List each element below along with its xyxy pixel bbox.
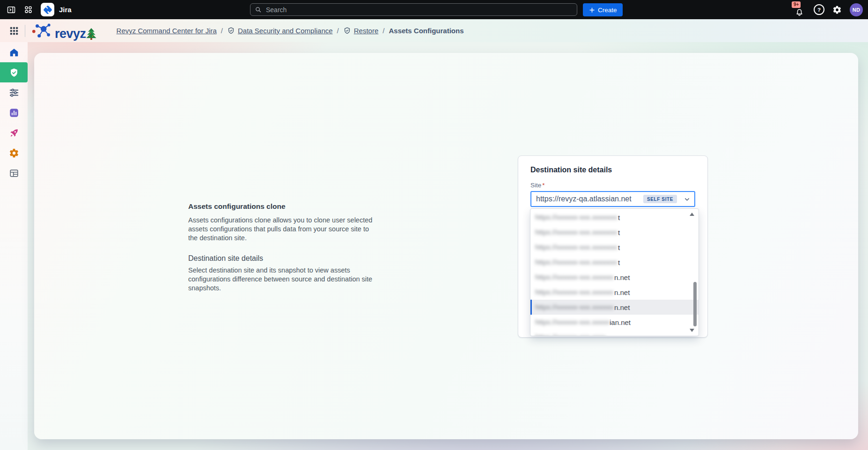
- site-option[interactable]: https://xxxxxx-xxx.xxxxxxxxx.xxxt: [530, 240, 699, 255]
- redacted-site-text: https://xxxxxx-xxx.xxxxxxxxx.xxx: [535, 303, 614, 311]
- revyz-molecule-icon: [31, 22, 53, 40]
- chevron-down-icon: [684, 196, 691, 203]
- sidebar-item-data-security[interactable]: [0, 62, 28, 82]
- search-icon: [255, 6, 262, 13]
- shield-check-icon: [227, 27, 235, 35]
- navbar-left-group: Jira: [7, 0, 72, 19]
- section-title: Destination site details: [188, 254, 376, 263]
- breadcrumb: Revyz Command Center for Jira / Data Sec…: [117, 27, 464, 35]
- revyz-logo[interactable]: revyz: [31, 22, 97, 40]
- home-icon: [9, 47, 19, 58]
- site-option[interactable]: https://xxxxxx-xxx.xxxxxxxxx.xxxian.net: [530, 315, 699, 330]
- breadcrumb-crumb-data-security: Data Security and Compliance: [227, 27, 333, 35]
- site-label-text: Site: [530, 182, 541, 189]
- revyz-logo-text: revyz: [55, 28, 86, 40]
- breadcrumb-separator: /: [221, 27, 223, 35]
- dropdown-scrollbar-thumb[interactable]: [693, 282, 697, 326]
- site-option[interactable]: https://xxxxxx-xxx.xxxxxxxxx.xxx: [530, 330, 699, 336]
- top-navbar: Jira Create 9+ ? ND: [0, 0, 868, 19]
- notifications-button[interactable]: 9+: [794, 3, 806, 17]
- rocket-icon: [9, 128, 19, 138]
- site-dropdown: https://xxxxxx-xxx.xxxxxxxxx.xxxt https:…: [530, 208, 699, 336]
- redacted-site-text: https://xxxxxx-xxx.xxxxxxxxx.xxx: [535, 213, 618, 221]
- shield-check-icon: [9, 67, 19, 78]
- breadcrumb-crumb-restore: Restore: [343, 27, 379, 35]
- breadcrumb-separator: /: [383, 27, 384, 35]
- intro-section: Assets configurations clone Assets confi…: [188, 202, 376, 293]
- site-option-suffix: n.net: [614, 273, 630, 281]
- scroll-down-icon[interactable]: [690, 329, 694, 332]
- redacted-site-text: https://xxxxxx-xxx.xxxxxxxxx.xxx: [535, 318, 609, 326]
- self-site-badge: SELF SITE: [643, 195, 677, 203]
- main-area: Assets configurations clone Assets confi…: [28, 42, 868, 450]
- site-option-suffix: t: [618, 258, 620, 266]
- intro-description: Assets configurations clone allows you t…: [188, 216, 376, 243]
- sidebar-item-settings[interactable]: [0, 143, 28, 163]
- sidebar-item-configurations[interactable]: [0, 82, 28, 103]
- intro-title: Assets configurations clone: [188, 202, 376, 211]
- header-divider: [25, 25, 25, 37]
- create-button[interactable]: Create: [583, 3, 623, 16]
- breadcrumb-link-restore[interactable]: Restore: [354, 27, 379, 35]
- search-input[interactable]: [265, 6, 573, 14]
- gear-icon: [832, 5, 842, 15]
- site-option[interactable]: https://xxxxxx-xxx.xxxxxxxxx.xxxn.net: [530, 270, 699, 285]
- shield-check-icon: [343, 27, 351, 35]
- site-option[interactable]: https://xxxxxx-xxx.xxxxxxxxx.xxxt: [530, 255, 699, 270]
- bell-icon: [794, 7, 804, 17]
- redacted-site-text: https://xxxxxx-xxx.xxxxxxxxx.xxx: [535, 273, 614, 281]
- site-field-label: Site*: [530, 182, 695, 189]
- table-icon: [9, 168, 19, 178]
- page: Jira Create 9+ ? ND: [0, 0, 868, 450]
- panel-title: Destination site details: [530, 166, 695, 174]
- redacted-site-text: https://xxxxxx-xxx.xxxxxxxxx.xxx: [535, 258, 618, 266]
- gear-icon: [9, 148, 19, 158]
- site-option[interactable]: https://xxxxxx-xxx.xxxxxxxxx.xxxn.net: [530, 300, 699, 315]
- scroll-up-icon[interactable]: [690, 213, 694, 216]
- sidebar-item-getting-started[interactable]: [0, 123, 28, 143]
- sidebar-item-reports[interactable]: [0, 103, 28, 123]
- redacted-site-text: https://xxxxxx-xxx.xxxxxxxxx.xxx: [535, 243, 618, 251]
- jira-logo[interactable]: [41, 3, 54, 16]
- breadcrumb-link-data-security[interactable]: Data Security and Compliance: [238, 27, 333, 35]
- site-select-value: https://revyz-qa.atlassian.net: [536, 195, 643, 203]
- content-card: Assets configurations clone Assets confi…: [34, 53, 858, 439]
- settings-button[interactable]: [832, 5, 842, 15]
- redacted-site-text: https://xxxxxx-xxx.xxxxxxxxx.xxx: [535, 333, 605, 336]
- bar-chart-icon: [9, 108, 19, 118]
- navbar-right-group: 9+ ? ND: [794, 0, 863, 19]
- jira-product-name: Jira: [59, 6, 72, 14]
- destination-site-panel: Destination site details Site* https://r…: [518, 155, 708, 338]
- app-switcher-icon[interactable]: [24, 5, 33, 14]
- site-option[interactable]: https://xxxxxx-xxx.xxxxxxxxx.xxxt: [530, 210, 699, 225]
- redacted-site-text: https://xxxxxx-xxx.xxxxxxxxx.xxx: [535, 228, 618, 236]
- left-sidebar: [0, 42, 28, 450]
- avatar-initials: ND: [850, 3, 863, 16]
- breadcrumb-current-page: Assets Configurations: [389, 27, 463, 35]
- site-option-suffix: t: [618, 229, 620, 236]
- site-option[interactable]: https://xxxxxx-xxx.xxxxxxxxx.xxxn.net: [530, 285, 699, 300]
- sidebar-item-home[interactable]: [0, 42, 28, 62]
- sliders-icon: [9, 88, 19, 98]
- sidebar-toggle-icon[interactable]: [7, 5, 16, 15]
- section-description: Select destination site and its snapshot…: [188, 266, 376, 293]
- plus-icon: [588, 7, 596, 14]
- search-bar[interactable]: [250, 3, 577, 16]
- site-select[interactable]: https://revyz-qa.atlassian.net SELF SITE: [530, 191, 695, 207]
- apps-grid-icon[interactable]: [9, 26, 19, 36]
- breadcrumb-link-command-center[interactable]: Revyz Command Center for Jira: [117, 27, 217, 35]
- redacted-site-text: https://xxxxxx-xxx.xxxxxxxxx.xxx: [535, 288, 614, 296]
- breadcrumb-separator: /: [337, 27, 339, 35]
- site-option[interactable]: https://xxxxxx-xxx.xxxxxxxxx.xxxt: [530, 225, 699, 240]
- site-option-suffix: n.net: [614, 303, 630, 311]
- site-option-suffix: n.net: [614, 288, 630, 296]
- site-option-suffix: t: [618, 214, 620, 221]
- notifications-count-badge: 9+: [792, 1, 801, 8]
- christmas-tree-icon: [86, 28, 97, 40]
- user-avatar[interactable]: ND: [850, 3, 863, 16]
- help-button[interactable]: ?: [814, 4, 824, 15]
- site-dropdown-list: https://xxxxxx-xxx.xxxxxxxxx.xxxt https:…: [530, 210, 699, 336]
- create-button-label: Create: [598, 7, 617, 14]
- jira-logo-icon: [41, 3, 54, 16]
- sidebar-item-data-tables[interactable]: [0, 163, 28, 183]
